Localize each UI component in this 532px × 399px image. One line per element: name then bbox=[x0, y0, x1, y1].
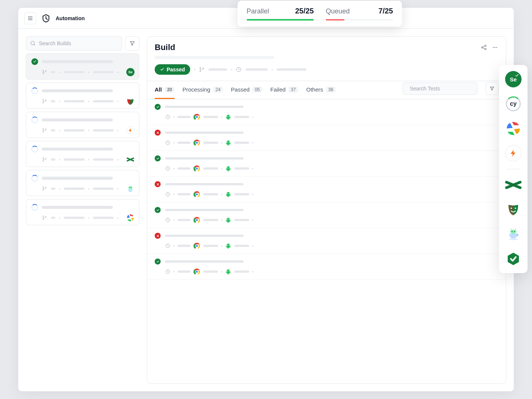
separator-dot bbox=[252, 117, 253, 118]
test-row[interactable] bbox=[147, 254, 506, 280]
test-status-passed-icon bbox=[155, 259, 161, 265]
branch-icon bbox=[42, 157, 47, 162]
separator-dot bbox=[173, 117, 174, 118]
tab-count: 20 bbox=[165, 87, 174, 93]
test-status-failed-icon bbox=[155, 181, 161, 187]
tab-label: All bbox=[155, 86, 162, 93]
build-actions bbox=[480, 44, 498, 51]
more-button[interactable] bbox=[492, 44, 498, 51]
test-row[interactable] bbox=[147, 99, 506, 125]
stat-queued: Queued 7/25 bbox=[326, 7, 393, 21]
build-meta: Passed bbox=[155, 64, 498, 75]
tool-aperture[interactable] bbox=[504, 120, 522, 137]
clock-icon bbox=[165, 269, 170, 274]
test-row[interactable] bbox=[147, 151, 506, 177]
test-status-passed-icon bbox=[155, 155, 161, 161]
tool-bolt[interactable] bbox=[504, 144, 522, 162]
test-row[interactable] bbox=[147, 228, 506, 254]
meta-skeleton bbox=[208, 68, 227, 71]
tool-cross[interactable] bbox=[504, 176, 522, 194]
tab-label: Passed bbox=[231, 86, 250, 93]
status-badge: Passed bbox=[155, 64, 190, 75]
test-row[interactable] bbox=[147, 202, 506, 228]
tab-all[interactable]: All20 bbox=[155, 81, 174, 99]
build-detail: Build Passed bbox=[147, 36, 506, 384]
tab-processing[interactable]: Processing24 bbox=[183, 81, 223, 99]
branch-icon bbox=[42, 128, 47, 133]
android-icon bbox=[225, 269, 231, 275]
meta-skeleton bbox=[93, 100, 114, 102]
meta-skeleton bbox=[177, 116, 191, 118]
test-row[interactable] bbox=[147, 177, 506, 202]
meta-skeleton bbox=[64, 158, 84, 161]
share-button[interactable] bbox=[480, 44, 487, 51]
build-card[interactable]: Se bbox=[26, 53, 139, 80]
framework-badge-android-cup bbox=[126, 185, 134, 193]
menu-button[interactable] bbox=[24, 12, 36, 24]
tab-failed[interactable]: Failed37 bbox=[270, 81, 298, 99]
separator-dot bbox=[221, 142, 222, 143]
tab-count: 24 bbox=[213, 87, 223, 93]
tool-check[interactable] bbox=[504, 250, 522, 268]
build-card[interactable] bbox=[26, 141, 139, 167]
clock-icon bbox=[165, 140, 170, 145]
tab-others[interactable]: Others36 bbox=[306, 81, 335, 99]
test-row[interactable] bbox=[147, 125, 506, 151]
chrome-icon bbox=[194, 139, 200, 146]
filter-icon bbox=[489, 86, 495, 91]
android-icon bbox=[225, 243, 231, 249]
search-tests-input[interactable] bbox=[410, 86, 475, 92]
tests-filter-button[interactable] bbox=[486, 82, 498, 95]
meta-skeleton bbox=[93, 129, 114, 132]
tests-list bbox=[147, 99, 506, 280]
branch-icon bbox=[42, 186, 47, 191]
svg-point-22 bbox=[514, 231, 515, 232]
android-icon bbox=[225, 217, 231, 223]
android-icon bbox=[225, 191, 231, 197]
tool-playwright[interactable] bbox=[504, 201, 522, 219]
share-icon bbox=[480, 44, 487, 51]
separator-dot bbox=[173, 168, 174, 169]
search-builds-input[interactable] bbox=[39, 40, 118, 46]
separator-dot bbox=[252, 168, 253, 169]
progress-bar bbox=[247, 19, 314, 21]
search-tests[interactable] bbox=[403, 82, 477, 95]
separator-dot bbox=[231, 69, 232, 70]
build-card[interactable] bbox=[26, 199, 139, 225]
filter-button[interactable] bbox=[125, 36, 139, 50]
meta-skeleton bbox=[51, 100, 55, 102]
search-icon bbox=[30, 40, 36, 46]
separator-dot bbox=[59, 130, 60, 131]
branch-icon bbox=[199, 66, 205, 72]
meta-skeleton bbox=[51, 129, 55, 132]
meta-skeleton bbox=[64, 188, 84, 190]
separator-dot bbox=[221, 168, 222, 169]
separator-dot bbox=[117, 130, 118, 131]
build-card[interactable] bbox=[26, 170, 139, 196]
tab-passed[interactable]: Passed05 bbox=[231, 81, 262, 99]
build-card[interactable] bbox=[26, 112, 139, 138]
toolstrip-divider bbox=[506, 169, 521, 169]
separator-dot bbox=[117, 101, 118, 102]
tool-espresso[interactable] bbox=[504, 225, 522, 243]
separator-dot bbox=[117, 72, 118, 73]
tool-selenium[interactable]: Se bbox=[504, 70, 522, 88]
separator-dot bbox=[88, 101, 89, 102]
meta-skeleton bbox=[177, 167, 191, 170]
svg-point-23 bbox=[509, 238, 517, 240]
branch-icon bbox=[42, 215, 47, 220]
search-builds[interactable] bbox=[26, 36, 122, 50]
meta-skeleton bbox=[64, 100, 84, 102]
meta-skeleton bbox=[234, 142, 249, 144]
meta-skeleton bbox=[203, 116, 218, 118]
tab-count: 37 bbox=[288, 87, 298, 93]
check-icon bbox=[160, 67, 164, 72]
build-card[interactable] bbox=[26, 83, 139, 109]
meta-skeleton bbox=[234, 193, 249, 195]
clock-icon bbox=[165, 166, 170, 171]
separator-dot bbox=[194, 69, 195, 70]
svg-point-21 bbox=[512, 231, 513, 232]
tool-cypress[interactable]: cy bbox=[504, 95, 522, 113]
android-icon bbox=[225, 114, 231, 120]
stats-card: Parallel 25/25 Queued 7/25 bbox=[238, 1, 402, 27]
